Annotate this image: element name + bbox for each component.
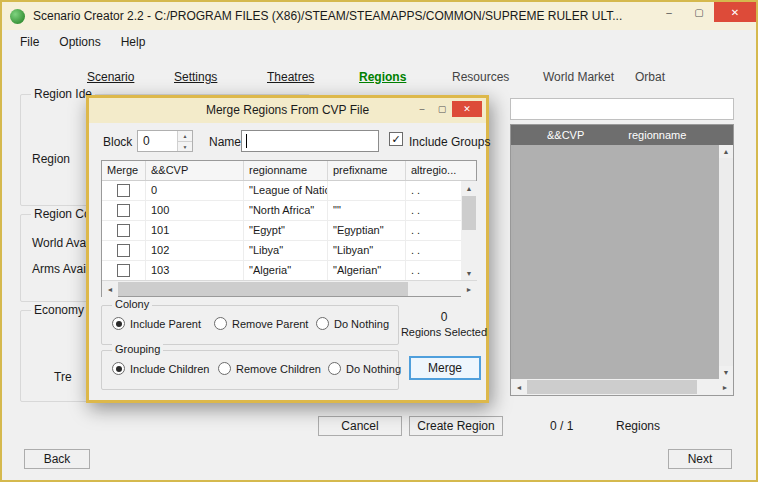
create-region-button[interactable]: Create Region (409, 416, 503, 436)
table-row[interactable]: ✓ 103 "Algeria" "Algerian" . . (102, 261, 462, 281)
window-controls: – ▢ ✕ (654, 2, 756, 30)
region-control-group-title: Region Co (31, 207, 94, 221)
scroll-down-icon[interactable]: ▼ (719, 366, 733, 379)
cell-cvp: 101 (146, 221, 244, 240)
region-label: Region (32, 152, 70, 166)
dialog-close-button[interactable]: ✕ (452, 101, 482, 117)
region-list-hscrollbar[interactable]: ◄ ► (511, 379, 733, 395)
radio-grouping-do-nothing[interactable]: Do Nothing (328, 362, 401, 375)
table-row[interactable]: ✓ 100 "North Africa" "" . . (102, 201, 462, 221)
tab-resources[interactable]: Resources (452, 70, 509, 84)
table-row[interactable]: ✓ 101 "Egypt" "Egyptian" . . (102, 221, 462, 241)
menu-item-file[interactable]: File (10, 31, 49, 53)
include-groups-checkbox[interactable]: ✓ (389, 132, 403, 146)
scroll-up-icon[interactable]: ▲ (719, 145, 733, 158)
col-prefixname[interactable]: prefixname (328, 161, 406, 180)
region-list[interactable]: &&CVP regionname ▲ ▼ ◄ ► (510, 124, 734, 396)
menu-item-help[interactable]: Help (111, 31, 156, 53)
spinner-down-icon[interactable]: ▼ (178, 141, 192, 151)
hscroll-thumb[interactable] (118, 282, 408, 296)
name-input[interactable] (241, 130, 379, 152)
tab-world-market[interactable]: World Market (543, 70, 614, 84)
region-list-col-cvp[interactable]: &&CVP (547, 129, 584, 141)
selected-count: 0 (405, 310, 483, 324)
scroll-up-icon[interactable]: ▲ (461, 181, 477, 195)
dialog-minimize-button[interactable]: – (412, 101, 432, 117)
tre-label: Tre (54, 370, 72, 384)
vscroll-thumb[interactable] (462, 196, 476, 230)
row-checkbox[interactable]: ✓ (117, 184, 130, 197)
tab-scenario[interactable]: Scenario (87, 70, 134, 84)
radio-label: Remove Children (236, 363, 321, 375)
cancel-button[interactable]: Cancel (318, 416, 402, 436)
radio-icon (214, 317, 227, 330)
region-list-col-regionname[interactable]: regionname (628, 129, 686, 141)
radio-remove-children[interactable]: Remove Children (218, 362, 321, 375)
col-merge[interactable]: Merge (102, 161, 146, 180)
name-label: Name (209, 135, 241, 149)
block-value: 0 (143, 134, 150, 148)
scroll-left-icon[interactable]: ◄ (511, 379, 527, 395)
col-altregionname[interactable]: altregio... (406, 161, 476, 180)
block-spinner[interactable]: 0 ▲ ▼ (137, 130, 193, 152)
scroll-right-icon[interactable]: ► (461, 281, 477, 297)
check-icon: ✓ (391, 134, 400, 145)
tab-settings[interactable]: Settings (174, 70, 217, 84)
radio-label: Include Parent (130, 318, 201, 330)
block-label: Block (103, 135, 132, 149)
include-groups-label: Include Groups (409, 135, 490, 149)
radio-remove-parent[interactable]: Remove Parent (214, 317, 308, 330)
merge-button[interactable]: Merge (409, 356, 481, 380)
radio-icon (112, 362, 125, 375)
app-icon (10, 9, 25, 24)
close-button[interactable]: ✕ (714, 2, 756, 22)
grouping-group-title: Grouping (112, 343, 163, 355)
arms-avail-label: Arms Avail (32, 262, 88, 276)
row-checkbox[interactable]: ✓ (117, 264, 130, 277)
merge-table[interactable]: Merge &&CVP regionname prefixname altreg… (101, 160, 477, 297)
dialog-maximize-button[interactable]: ▢ (432, 101, 452, 117)
grouping-group: Grouping Include Children Remove Childre… (101, 350, 399, 390)
regions-label: Regions (616, 419, 660, 433)
cell-regionname: "North Africa" (244, 201, 328, 220)
text-caret (246, 134, 247, 148)
radio-label: Do Nothing (346, 363, 401, 375)
row-checkbox[interactable]: ✓ (117, 244, 130, 257)
radio-include-parent[interactable]: Include Parent (112, 317, 201, 330)
scroll-left-icon[interactable]: ◄ (102, 281, 118, 297)
merge-regions-dialog: Merge Regions From CVP File – ▢ ✕ Block … (86, 95, 489, 403)
tab-theatres[interactable]: Theatres (267, 70, 314, 84)
spinner-up-icon[interactable]: ▲ (178, 131, 192, 141)
row-checkbox[interactable]: ✓ (117, 204, 130, 217)
col-regionname[interactable]: regionname (244, 161, 328, 180)
selected-caption: Regions Selected (391, 326, 497, 338)
region-filter-input[interactable] (510, 98, 734, 120)
menu-item-options[interactable]: Options (49, 31, 110, 53)
tab-orbat[interactable]: Orbat (635, 70, 665, 84)
row-checkbox[interactable]: ✓ (117, 224, 130, 237)
col-cvp[interactable]: &&CVP (146, 161, 244, 180)
region-list-vscrollbar[interactable]: ▲ ▼ (719, 145, 733, 379)
minimize-button[interactable]: – (654, 2, 684, 22)
tab-regions[interactable]: Regions (359, 70, 406, 84)
hscroll-thumb[interactable] (527, 380, 697, 394)
table-row[interactable]: ✓ 102 "Libya" "Libyan" . . (102, 241, 462, 261)
back-button[interactable]: Back (24, 449, 90, 469)
cell-regionname: "League of Natio... (244, 181, 328, 200)
colony-group: Colony Include Parent Remove Parent Do N… (101, 305, 399, 345)
world-avail-label: World Avail (32, 236, 92, 250)
merge-table-vscrollbar[interactable]: ▲ ▼ (461, 181, 477, 280)
menu-bar: File Options Help (2, 30, 756, 54)
radio-colony-do-nothing[interactable]: Do Nothing (316, 317, 389, 330)
maximize-button[interactable]: ▢ (684, 2, 714, 22)
merge-table-hscrollbar[interactable]: ◄ ► (102, 280, 477, 296)
window-title: Scenario Creator 2.2 - C:/PROGRAM FILES … (33, 9, 654, 23)
scroll-right-icon[interactable]: ► (717, 379, 733, 395)
next-button[interactable]: Next (668, 449, 732, 469)
cell-altregionname: . . (406, 221, 460, 240)
scroll-down-icon[interactable]: ▼ (461, 266, 477, 280)
spinner-buttons: ▲ ▼ (177, 131, 192, 151)
radio-include-children[interactable]: Include Children (112, 362, 210, 375)
cell-altregionname: . . (406, 181, 460, 200)
table-row[interactable]: ✓ 0 "League of Natio... . . (102, 181, 462, 201)
